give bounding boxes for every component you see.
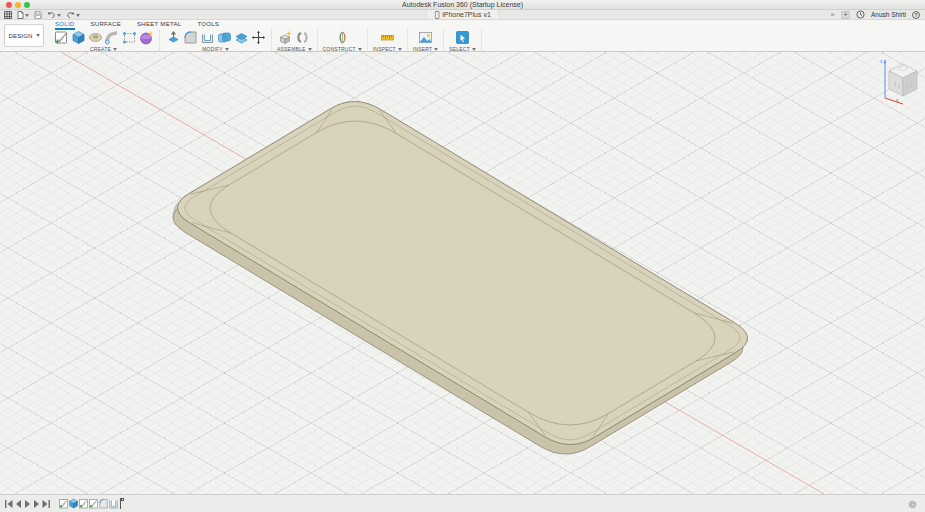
workspace-selector[interactable]: DESIGN [4,24,44,47]
step-forward-button[interactable] [34,500,39,508]
insert-canvas-button[interactable] [418,29,434,45]
extrude-button[interactable] [70,29,86,45]
combine-button[interactable] [216,29,232,45]
extrude-icon [71,30,86,45]
primitive-box-button[interactable] [121,29,137,45]
fillet-button[interactable] [182,29,198,45]
quick-access-toolbar: iPhone7Plus v1 × + Anush Shirti ? [0,10,925,20]
timeline-features [59,498,118,509]
timeline-feature-sketch[interactable] [79,498,88,509]
group-inspect: INSPECT [368,29,408,51]
offset-face-button[interactable] [233,29,249,45]
joint-button[interactable] [295,29,311,45]
close-window-button[interactable] [6,2,12,8]
timeline-feature-sketch[interactable] [89,498,98,509]
grid-icon [4,11,12,19]
press-pull-icon [166,30,181,45]
window-title: Autodesk Fusion 360 (Startup License) [0,0,925,9]
scene-graphics [0,52,925,494]
move-icon [251,30,266,45]
create-sketch-button[interactable] [53,29,69,45]
timeline-feature-extrude[interactable] [69,498,78,509]
chevron-down-icon [25,14,29,17]
chevron-down-icon [434,48,438,51]
user-account-button[interactable]: Anush Shirti [871,11,906,18]
minimize-window-button[interactable] [15,2,21,8]
document-tab[interactable]: iPhone7Plus v1 [425,10,500,19]
step-back-button[interactable] [16,500,21,508]
save-button[interactable] [34,11,42,19]
move-button[interactable] [250,29,266,45]
primitive-box-icon [122,30,137,45]
chevron-down-icon [398,48,402,51]
timeline-playback [4,498,52,510]
chevron-down-icon [358,48,362,51]
model-body[interactable] [155,94,766,462]
redo-button[interactable] [66,11,80,19]
go-to-end-button[interactable] [43,500,50,508]
zoom-window-button[interactable] [24,2,30,8]
chevron-down-icon [36,34,40,37]
job-status-icon[interactable] [856,10,865,19]
sweep-icon [105,30,120,45]
file-icon [17,11,24,19]
data-panel-button[interactable] [4,11,12,19]
chevron-down-icon [308,48,312,51]
revolve-icon [88,30,103,45]
timeline-position-marker[interactable] [118,497,125,510]
group-modify: MODIFY [160,29,272,51]
timeline-bar [0,494,925,512]
timeline-feature-fillet[interactable] [99,498,108,509]
new-component-button[interactable] [278,29,294,45]
chevron-down-icon [113,48,117,51]
group-create: CREATE [48,29,160,51]
undo-button[interactable] [47,11,61,19]
group-select: SELECT [444,29,482,51]
viewcube-z-label: z [880,58,883,64]
new-component-icon [278,30,293,45]
offset-face-icon [234,30,249,45]
gear-icon [908,500,917,509]
play-button[interactable] [25,500,30,508]
timeline-feature-shell[interactable] [109,498,118,509]
fillet-icon [183,30,198,45]
timeline-feature-sketch[interactable] [59,498,68,509]
ribbon-groups: CREATE [48,29,482,51]
undo-arrow-icon [47,11,56,19]
device-icon [434,11,439,19]
select-icon [455,30,470,45]
insert-canvas-icon [418,30,433,45]
chevron-down-icon [76,14,80,17]
sweep-button[interactable] [104,29,120,45]
help-button[interactable]: ? [912,11,920,19]
chevron-down-icon [225,48,229,51]
create-sketch-icon [54,30,69,45]
create-form-button[interactable] [138,29,154,45]
document-close-button[interactable]: × [830,11,835,19]
shell-button[interactable] [199,29,215,45]
shell-icon [200,30,215,45]
go-to-start-button[interactable] [5,500,13,508]
file-menu-button[interactable] [17,11,29,19]
timeline-settings-button[interactable] [908,495,917,512]
ribbon-toolbar: DESIGN SOLID SURFACE SHEET METAL TOOLS [0,20,925,52]
combine-icon [217,30,232,45]
group-assemble: ASSEMBLE [272,29,318,51]
measure-button[interactable] [379,29,395,45]
titlebar: Autodesk Fusion 360 (Startup License) [0,0,925,10]
revolve-button[interactable] [87,29,103,45]
measure-icon [380,30,395,45]
chevron-down-icon [472,48,476,51]
document-tab-label: iPhone7Plus v1 [442,11,491,18]
press-pull-button[interactable] [165,29,181,45]
view-cube[interactable]: z x [873,56,921,110]
workspace-label: DESIGN [8,33,32,39]
window-controls [6,2,30,8]
chevron-down-icon [57,14,61,17]
viewport-canvas[interactable]: z x [0,52,925,494]
save-icon [34,11,42,19]
select-button[interactable] [455,29,471,45]
construct-plane-button[interactable] [334,29,350,45]
view-cube-graphic: z x [873,56,921,106]
new-document-tab-button[interactable]: + [841,11,850,19]
